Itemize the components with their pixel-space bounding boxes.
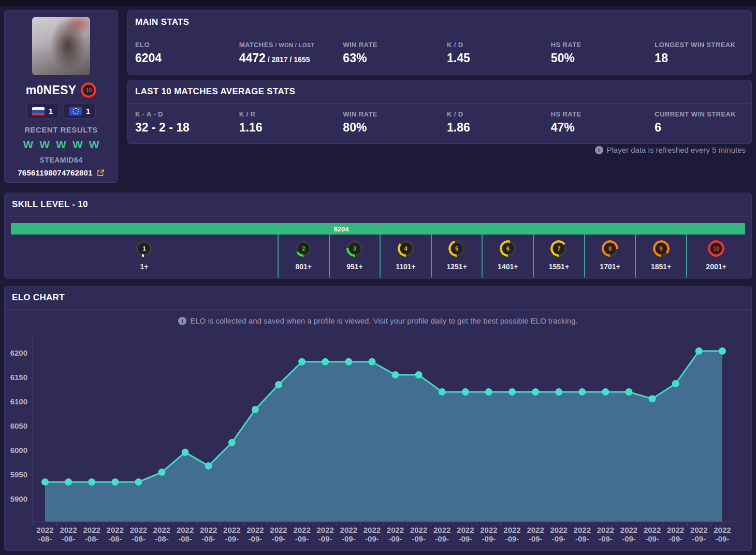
skill-level-cell-4: 41101+ [380,235,431,278]
steamid-row: 76561198074762801 [18,168,104,177]
refresh-note: i Player data is refreshed every 5 minut… [595,145,746,154]
level-number: 5 [455,245,458,252]
stat-label: K / R [239,110,329,118]
skill-level-4-icon: 4 [398,240,414,257]
last10-stats-panel: LAST 10 MATCHES AVERAGE STATS K - A - D3… [127,80,752,144]
stat-label: CURRENT WIN STREAK [655,110,744,118]
level-number: 7 [557,245,560,252]
level-number: 10 [713,245,719,252]
result-win: W [23,138,33,151]
skill-level-cell-5: 51251+ [431,235,482,278]
skill-progress-bar: 6204 [11,223,745,235]
steamid-label: STEAMID64 [39,156,82,164]
elo-chart-title: ELO CHART [5,286,751,310]
svg-text:2022-08-: 2022-08- [60,525,77,543]
stat-hs-rate: HS RATE50% [544,39,648,67]
stat-value: 4472 / 2817 / 1655 [239,51,329,65]
stat-value: 6 [655,121,744,135]
level-threshold: 1401+ [498,262,518,271]
level-number: 6 [506,245,510,252]
player-card: m0NESY 10 11 RECENT RESULTS WWWWW STEAMI… [4,10,118,183]
svg-text:2022-09-: 2022-09- [246,525,264,543]
svg-text:2022-08-: 2022-08- [83,525,100,543]
skill-level-6-icon: 6 [500,240,516,257]
svg-text:2022-09-: 2022-09- [457,525,474,543]
skill-levels-row: 11+2801+3951+41101+51251+61401+71551+817… [11,235,745,278]
svg-text:2022-09-: 2022-09- [667,525,684,543]
flags-row: 11 [26,104,96,119]
steamid-value[interactable]: 76561198074762801 [18,168,92,177]
result-win: W [89,138,99,151]
svg-text:2022-09-: 2022-09- [644,525,661,543]
skill-level-cell-8: 81701+ [584,235,635,278]
skill-level-cell-10: 102001+ [686,235,745,278]
flag-count: 1 [86,107,90,115]
stat-current-win-streak: CURRENT WIN STREAK6 [647,108,751,137]
skill-level-cell-7: 71551+ [533,235,584,278]
stat-value: 18 [655,51,744,65]
external-link-icon[interactable] [96,169,105,177]
skill-level-5-icon: 5 [448,240,465,257]
stat-longest-win-streak: LONGEST WIN STREAK18 [647,39,751,67]
player-name: m0NESY [26,83,77,97]
elo-chart-svg: 59005950600060506100615062002022-08-2022… [6,331,750,546]
svg-text:2022-08-: 2022-08- [36,525,53,543]
stat-label: WIN RATE [343,41,432,49]
stat-value: 50% [551,51,641,65]
svg-text:2022-09-: 2022-09- [364,525,381,543]
stat-value: 80% [343,121,432,135]
player-level: 10 [85,87,92,93]
level-number: 4 [404,245,407,252]
skill-level-body: 6204 11+2801+3951+41101+51251+61401+7155… [5,216,751,278]
skill-level-9-icon: 9 [653,240,670,257]
flag-count: 1 [49,107,53,115]
svg-text:2022-09-: 2022-09- [574,525,591,543]
svg-text:2022-09-: 2022-09- [317,525,334,543]
skill-level-title: SKILL LEVEL - 10 [5,193,751,216]
svg-text:2022-09-: 2022-09- [293,525,310,543]
level-threshold: 1+ [140,262,149,271]
stat-label-small: / WON / LOST [273,42,315,48]
svg-text:2022-08-: 2022-08- [177,525,194,543]
recent-results-label: RECENT RESULTS [24,125,98,134]
svg-text:2022-09-: 2022-09- [270,525,287,543]
stat-k-r: K / R1.16 [232,108,336,137]
skill-level-8-icon: 8 [602,240,618,257]
svg-text:2022-08-: 2022-08- [200,525,217,543]
stat-value: 1.86 [447,121,536,135]
stat-hs-rate: HS RATE47% [544,108,648,137]
skill-level-cell-6: 61401+ [482,235,533,278]
result-win: W [39,138,50,151]
stat-win-rate: WIN RATE63% [336,39,440,67]
stat-label: K / D [447,41,536,49]
stat-value-small: / 2817 / 1655 [266,55,310,64]
skill-level-panel: SKILL LEVEL - 10 6204 11+2801+3951+41101… [4,193,752,279]
eu-flag-icon [69,107,82,115]
svg-text:2022-09-: 2022-09- [410,525,427,543]
level-number: 8 [608,245,612,252]
level-threshold: 1251+ [446,262,467,271]
skill-level-3-icon: 3 [346,240,363,257]
elo-chart-note: i ELO is collected and saved when a prof… [5,316,751,325]
svg-text:2022-09-: 2022-09- [550,525,568,543]
stat-label: K / D [447,110,536,118]
level-threshold: 951+ [346,262,363,271]
info-icon: i [595,146,603,154]
level-threshold: 1551+ [549,262,569,271]
svg-text:2022-09-: 2022-09- [340,525,357,543]
stat-label: MATCHES / WON / LOST [239,41,329,49]
stat-value: 6204 [135,51,225,65]
stat-win-rate: WIN RATE80% [336,108,440,137]
svg-text:2022-09-: 2022-09- [433,525,450,543]
skill-level-cell-2: 2801+ [278,235,329,278]
level-threshold: 2001+ [706,262,726,271]
main-stats-panel: MAIN STATS ELO6204MATCHES / WON / LOST44… [127,10,752,75]
last10-stats-title: LAST 10 MATCHES AVERAGE STATS [128,80,751,104]
svg-text:6050: 6050 [10,421,27,430]
result-win: W [72,138,83,151]
stat-matches: MATCHES / WON / LOST4472 / 2817 / 1655 [232,39,336,67]
main-stats-title: MAIN STATS [128,11,751,34]
svg-text:2022-09-: 2022-09- [223,525,240,543]
skill-level-7-icon: 7 [550,240,567,257]
russia-flag-icon [32,107,45,115]
